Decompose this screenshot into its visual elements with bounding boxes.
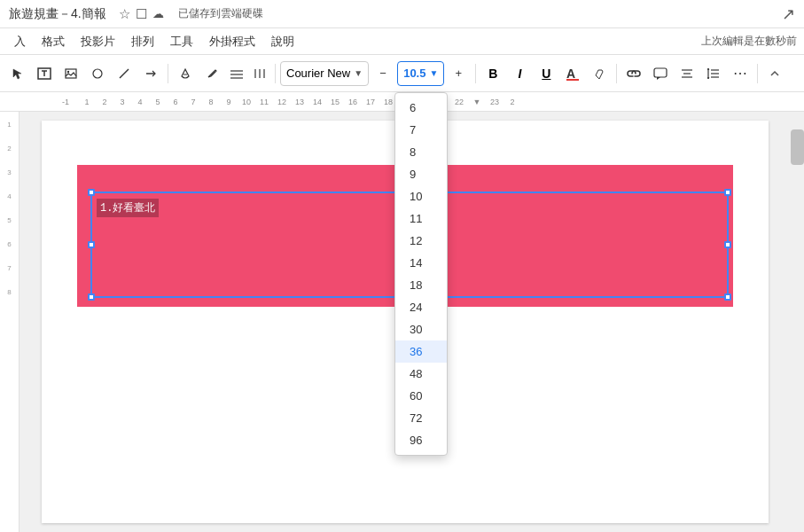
line-icon [118,67,130,80]
font-size-increase-button[interactable]: + [446,61,471,86]
font-size-option-8[interactable]: 8 [395,141,447,163]
line-spacing-button[interactable] [701,61,726,86]
align-button[interactable] [675,61,699,86]
highlight-button[interactable] [587,61,612,86]
font-size-input[interactable]: 10.5 ▼ [397,61,444,86]
last-edit-text: 上次編輯是在數秒前 [701,34,797,49]
menu-item-tools[interactable]: 工具 [163,30,200,53]
lines-button[interactable] [226,61,247,86]
left-ruler-num: 4 [7,192,11,200]
divider-5 [757,64,758,83]
columns-button[interactable] [249,61,270,86]
menu-item-arrange[interactable]: 排列 [124,30,161,53]
star-icon[interactable]: ☆ [119,6,130,22]
scrollbar[interactable] [791,112,804,532]
image-tool-button[interactable] [59,61,83,86]
menu-item-format[interactable]: 格式 [35,30,72,53]
svg-point-4 [67,70,69,72]
comment-button[interactable] [648,61,673,86]
paint-bucket-icon [179,67,191,80]
italic-button[interactable]: I [507,61,532,86]
ruler-num: 23 [486,98,503,106]
slide-text-block[interactable]: 1.好看臺北 [97,199,159,217]
line-style-icon [144,67,157,80]
menu-item-slideshow[interactable]: 投影片 [74,30,122,53]
left-ruler: 1 2 3 4 5 6 7 8 [0,112,20,532]
ruler-num: 16 [344,98,362,106]
menu-item-addons[interactable]: 外掛程式 [202,30,262,53]
ruler-num: 2 [96,98,113,106]
handle-middle-right[interactable] [724,241,731,248]
font-size-chevron-icon: ▼ [429,68,438,78]
font-size-option-96[interactable]: 96 [395,429,447,451]
divider-3 [475,64,476,83]
font-size-option-24[interactable]: 24 [395,296,447,318]
more-options-button[interactable]: ⋯ [728,61,753,86]
handle-top-right[interactable] [724,189,731,196]
divider-2 [275,64,276,83]
font-chevron-icon: ▼ [354,68,363,78]
handle-bottom-left[interactable] [88,293,95,301]
handle-top-left[interactable] [88,189,95,196]
font-size-dropdown: 6 7 8 9 10 11 12 14 18 24 30 36 48 60 72… [394,92,448,456]
pen-icon [206,67,218,80]
select-tool-button[interactable] [5,61,30,86]
line-style-button[interactable] [138,61,163,86]
ruler-num: 7 [184,98,202,106]
font-size-option-30[interactable]: 30 [395,318,447,340]
font-size-option-10[interactable]: 10 [395,185,447,207]
image-icon [65,68,77,79]
textbox-tool-button[interactable] [32,61,57,86]
font-size-option-11[interactable]: 11 [395,207,447,230]
scrollbar-thumb[interactable] [791,129,804,165]
title-bar: 旅遊規畫－4.簡報 ☆ ☐ ☁ 已儲存到雲端硬碟 ↗ [0,0,804,28]
ruler-num: 11 [255,98,273,106]
font-size-option-14[interactable]: 14 [395,252,447,274]
ruler-num: 4 [131,98,149,106]
font-size-option-12[interactable]: 12 [395,230,447,252]
link-icon [627,69,641,78]
ruler-num: 17 [362,98,379,106]
pen-button[interactable] [199,61,224,86]
font-size-option-60[interactable]: 60 [395,385,447,407]
font-size-option-18[interactable]: 18 [395,274,447,296]
trend-icon[interactable]: ↗ [782,5,795,23]
shape-tool-button[interactable] [85,61,110,86]
highlight-icon [593,66,605,81]
ruler-num: -1 [53,98,78,106]
doc-icon[interactable]: ☐ [136,6,147,22]
ruler-num: ▼ [468,98,486,106]
link-button[interactable] [621,61,646,86]
cursor-icon [12,67,24,80]
title-icons: ☆ ☐ ☁ 已儲存到雲端硬碟 [119,6,263,22]
ruler-num: 3 [113,98,131,106]
bold-button[interactable]: B [480,61,505,86]
font-color-button[interactable]: A [560,61,585,86]
font-size-value: 10.5 [403,66,425,80]
font-size-option-48[interactable]: 48 [395,363,447,385]
underline-button[interactable]: U [534,61,558,86]
textbox-icon [37,67,51,80]
font-size-decrease-button[interactable]: − [371,61,395,86]
font-size-option-9[interactable]: 9 [395,163,447,185]
ruler-num: 14 [308,98,326,106]
collapse-toolbar-button[interactable] [762,61,787,86]
font-size-option-6[interactable]: 6 [395,97,447,119]
left-ruler-num: 1 [7,121,11,129]
line-tool-button[interactable] [112,61,137,86]
saved-text: 已儲存到雲端硬碟 [178,6,263,21]
font-size-option-36[interactable]: 36 [395,340,447,363]
paint-bucket-button[interactable] [173,61,198,86]
ruler-num: 22 [450,98,468,106]
menu-item-insert[interactable]: 入 [7,30,33,53]
toolbar: Courier New ▼ − 10.5 ▼ + B I U A ⋯ [0,55,804,92]
title-text: 旅遊規畫－4.簡報 [9,6,106,22]
align-icon [681,68,693,79]
font-selector[interactable]: Courier New ▼ [280,61,369,86]
handle-middle-left[interactable] [88,241,95,248]
menu-item-help[interactable]: 說明 [264,30,301,53]
left-ruler-num: 5 [7,216,11,224]
font-size-option-7[interactable]: 7 [395,119,447,141]
handle-bottom-right[interactable] [724,293,731,301]
font-size-option-72[interactable]: 72 [395,407,447,429]
